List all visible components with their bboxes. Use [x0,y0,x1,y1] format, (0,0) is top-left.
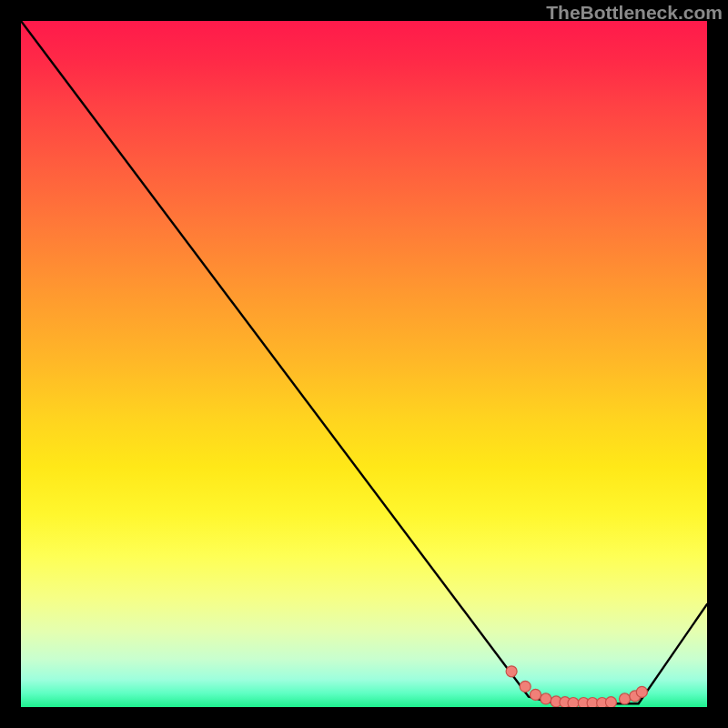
chart-frame: TheBottleneck.com [0,0,728,728]
curve-line [21,21,707,703]
valley-marker [520,681,531,692]
valley-marker [506,666,517,677]
valley-marker [636,686,647,697]
valley-marker [620,693,631,704]
valley-marker [541,693,551,704]
valley-marker [531,689,541,700]
plot-area [21,21,707,707]
valley-marker-group [506,666,647,707]
valley-marker [568,697,579,707]
watermark-text: TheBottleneck.com [0,2,728,24]
valley-marker [605,697,616,707]
chart-svg [21,21,707,707]
